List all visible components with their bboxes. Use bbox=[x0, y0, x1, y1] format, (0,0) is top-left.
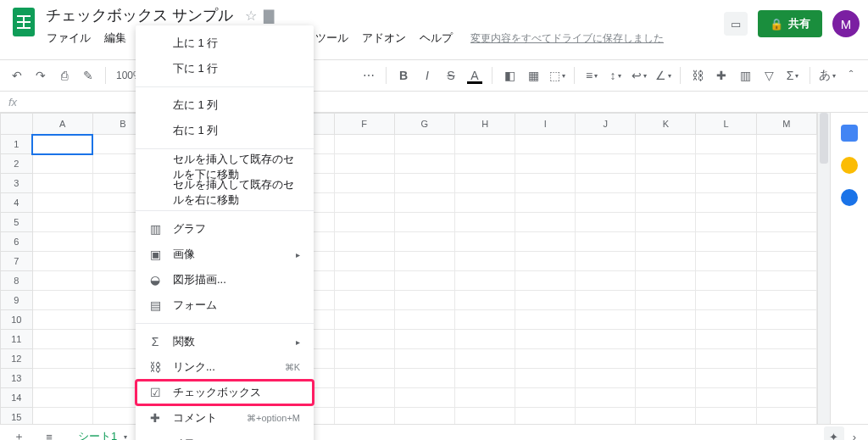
cell[interactable] bbox=[576, 310, 636, 330]
cell[interactable] bbox=[394, 369, 454, 388]
cell[interactable] bbox=[515, 213, 576, 232]
column-header[interactable]: J bbox=[576, 114, 636, 135]
cell[interactable] bbox=[576, 213, 636, 232]
cell[interactable] bbox=[576, 291, 636, 310]
account-avatar[interactable]: M bbox=[832, 10, 860, 37]
all-sheets-button[interactable]: ≡ bbox=[37, 426, 61, 440]
cell[interactable] bbox=[515, 369, 576, 388]
bold-button[interactable]: B bbox=[393, 65, 414, 86]
row-header[interactable]: 7 bbox=[1, 252, 33, 271]
cell[interactable] bbox=[334, 408, 394, 425]
cell[interactable] bbox=[756, 232, 816, 252]
cell[interactable] bbox=[394, 408, 454, 425]
cell[interactable] bbox=[394, 193, 454, 213]
cell[interactable] bbox=[636, 291, 696, 310]
cell[interactable] bbox=[455, 330, 515, 349]
cell[interactable] bbox=[455, 310, 515, 330]
cell[interactable] bbox=[515, 232, 576, 252]
cell[interactable] bbox=[32, 408, 92, 425]
column-header[interactable]: G bbox=[394, 114, 454, 135]
cell[interactable] bbox=[455, 369, 515, 388]
cell[interactable] bbox=[515, 349, 576, 369]
insert-checkbox[interactable]: ☑チェックボックス bbox=[136, 380, 314, 405]
calendar-addon-icon[interactable] bbox=[841, 125, 858, 142]
vertical-scrollbar[interactable] bbox=[817, 113, 830, 424]
cell[interactable] bbox=[756, 330, 816, 349]
cell[interactable] bbox=[394, 213, 454, 232]
row-header[interactable]: 1 bbox=[1, 135, 33, 154]
cell[interactable] bbox=[32, 330, 92, 349]
column-header[interactable]: H bbox=[455, 114, 515, 135]
cell[interactable] bbox=[756, 388, 816, 408]
cell[interactable] bbox=[576, 252, 636, 271]
cell[interactable] bbox=[696, 193, 756, 213]
cell[interactable] bbox=[32, 232, 92, 252]
cell[interactable] bbox=[696, 310, 756, 330]
cell[interactable] bbox=[696, 252, 756, 271]
cell[interactable] bbox=[636, 252, 696, 271]
cell[interactable] bbox=[394, 154, 454, 174]
filter-button[interactable]: ▽ bbox=[759, 65, 779, 86]
insert-link[interactable]: ⛓リンク...⌘K bbox=[136, 354, 314, 380]
hide-menus-button[interactable]: ˆ bbox=[841, 65, 861, 86]
cell[interactable] bbox=[515, 174, 576, 193]
cell[interactable] bbox=[576, 369, 636, 388]
cell[interactable] bbox=[576, 388, 636, 408]
cell[interactable] bbox=[334, 252, 394, 271]
cell[interactable] bbox=[756, 349, 816, 369]
cell[interactable] bbox=[515, 193, 576, 213]
cell[interactable] bbox=[696, 271, 756, 291]
cell[interactable] bbox=[636, 388, 696, 408]
cell[interactable] bbox=[455, 349, 515, 369]
formula-bar[interactable]: fx bbox=[0, 92, 868, 113]
cell[interactable] bbox=[32, 349, 92, 369]
cell[interactable] bbox=[756, 369, 816, 388]
insert-note[interactable]: メモShift+F2 bbox=[136, 431, 314, 440]
row-header[interactable]: 12 bbox=[1, 349, 33, 369]
add-sheet-button[interactable]: ＋ bbox=[7, 426, 31, 440]
show-sidepanel-icon[interactable]: › bbox=[853, 431, 856, 441]
row-header[interactable]: 6 bbox=[1, 232, 33, 252]
menu-addons[interactable]: アドオン bbox=[356, 27, 412, 49]
cell[interactable] bbox=[636, 369, 696, 388]
row-header[interactable]: 9 bbox=[1, 291, 33, 310]
cell[interactable] bbox=[394, 330, 454, 349]
cell[interactable] bbox=[455, 193, 515, 213]
insert-cells-shift-down[interactable]: セルを挿入して既存のセルを下に移動 bbox=[136, 154, 314, 180]
functions-button[interactable]: Σ▾ bbox=[782, 65, 803, 86]
cell[interactable] bbox=[334, 232, 394, 252]
row-header[interactable]: 8 bbox=[1, 271, 33, 291]
cell[interactable] bbox=[756, 213, 816, 232]
cell[interactable] bbox=[696, 388, 756, 408]
share-button[interactable]: 🔒共有 bbox=[758, 10, 822, 37]
cell[interactable] bbox=[515, 135, 576, 154]
cell[interactable] bbox=[32, 174, 92, 193]
row-header[interactable]: 11 bbox=[1, 330, 33, 349]
star-icon[interactable]: ☆ bbox=[245, 8, 257, 24]
cell[interactable] bbox=[455, 232, 515, 252]
cell[interactable] bbox=[334, 154, 394, 174]
tasks-addon-icon[interactable] bbox=[841, 189, 858, 206]
row-header[interactable]: 4 bbox=[1, 193, 33, 213]
halign-button[interactable]: ≡▾ bbox=[581, 65, 602, 86]
text-color-button[interactable]: A bbox=[465, 65, 485, 86]
cell[interactable] bbox=[636, 193, 696, 213]
cell[interactable] bbox=[334, 291, 394, 310]
cell[interactable] bbox=[696, 369, 756, 388]
row-header[interactable]: 10 bbox=[1, 310, 33, 330]
cell[interactable] bbox=[394, 349, 454, 369]
cell[interactable] bbox=[394, 252, 454, 271]
cell[interactable] bbox=[696, 154, 756, 174]
cell[interactable] bbox=[455, 271, 515, 291]
cell[interactable] bbox=[756, 310, 816, 330]
menu-help[interactable]: ヘルプ bbox=[414, 27, 459, 49]
row-header[interactable]: 3 bbox=[1, 174, 33, 193]
cell[interactable] bbox=[696, 330, 756, 349]
cell[interactable] bbox=[394, 174, 454, 193]
cell[interactable] bbox=[515, 330, 576, 349]
cell[interactable] bbox=[334, 193, 394, 213]
row-header[interactable]: 13 bbox=[1, 369, 33, 388]
cell[interactable] bbox=[576, 135, 636, 154]
cell[interactable] bbox=[455, 135, 515, 154]
cell[interactable] bbox=[636, 408, 696, 425]
